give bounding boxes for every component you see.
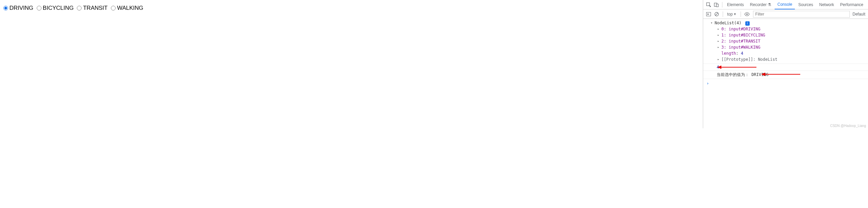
prototype-value: NodeList <box>758 57 777 62</box>
console-row-text: 当前选中的值为： DRIVING <box>703 71 868 79</box>
radio-transit-label: TRANSIT <box>83 5 108 11</box>
eye-icon[interactable] <box>744 11 750 18</box>
tab-network[interactable]: Network <box>816 0 837 9</box>
tab-recorder[interactable]: Recorder ⚗ <box>747 0 774 9</box>
nodelist-item-3[interactable]: 3: input#WALKING <box>717 44 867 50</box>
radio-walking[interactable] <box>111 6 116 10</box>
nodelist-item-0[interactable]: 0: input#DRIVING <box>717 26 867 32</box>
text-value: DRIVING <box>751 72 769 77</box>
tab-recorder-label: Recorder <box>750 2 767 7</box>
nodelist-length: length: 4 <box>717 50 867 56</box>
radio-transit[interactable] <box>77 6 82 10</box>
inspect-element-icon[interactable] <box>705 1 712 8</box>
arrow-annotation-icon <box>717 64 757 70</box>
tab-performance[interactable]: Performance <box>837 0 866 9</box>
context-selector[interactable]: top ▼ <box>726 12 738 17</box>
text-output: 当前选中的值为： DRIVING <box>710 72 769 77</box>
toolbar-divider-2 <box>741 11 741 17</box>
svg-line-5 <box>715 13 718 16</box>
console-toolbar: top ▼ Default <box>703 9 868 19</box>
tab-sources[interactable]: Sources <box>796 0 816 9</box>
svg-point-6 <box>746 14 748 15</box>
item-type: input <box>729 39 741 44</box>
number-output: 4 <box>710 65 719 70</box>
context-label: top <box>727 12 733 17</box>
tab-elements[interactable]: Elements <box>724 0 747 9</box>
item-id: BICYCLING <box>743 33 765 37</box>
console-prompt[interactable]: › <box>703 79 868 88</box>
item-type: input <box>729 33 741 37</box>
travel-mode-radios: DRIVING BICYCLING TRANSIT WALKING <box>3 5 699 11</box>
device-toolbar-icon[interactable] <box>713 1 720 8</box>
nodelist-header[interactable]: NodeList(4) i <box>710 20 867 26</box>
text-prefix: 当前选中的值为： <box>717 72 751 77</box>
flask-icon: ⚗ <box>768 2 771 7</box>
radio-driving-label: DRIVING <box>9 5 33 11</box>
toolbar-divider <box>723 11 723 17</box>
item-type: input <box>729 27 741 31</box>
devtools-tabs: Elements Recorder ⚗ Console Sources Netw… <box>703 0 868 9</box>
prototype-key: [[Prototype]] <box>721 57 753 62</box>
radio-bicycling-label: BICYCLING <box>43 5 74 11</box>
tab-console[interactable]: Console <box>775 0 795 9</box>
console-body: NodeList(4) i 0: input#DRIVING 1: input#… <box>703 19 868 128</box>
nodelist-item-1[interactable]: 1: input#BICYCLING <box>717 32 867 38</box>
console-row-number: 4 <box>703 64 868 71</box>
nodelist-label: NodeList(4) <box>715 21 741 25</box>
page-content: DRIVING BICYCLING TRANSIT WALKING <box>0 0 703 128</box>
svg-rect-2 <box>716 4 718 7</box>
info-icon[interactable]: i <box>745 21 750 26</box>
radio-driving[interactable] <box>3 6 8 10</box>
clear-console-icon[interactable] <box>713 11 720 18</box>
item-type: input <box>729 45 741 50</box>
nodelist-item-2[interactable]: 2: input#TRANSIT <box>717 38 867 44</box>
tab-divider <box>722 2 722 7</box>
item-id: TRANSIT <box>743 39 760 44</box>
chevron-down-icon: ▼ <box>734 12 737 16</box>
log-levels[interactable]: Default <box>852 12 866 17</box>
item-id: WALKING <box>743 45 760 50</box>
item-id: DRIVING <box>743 27 760 31</box>
nodelist-prototype[interactable]: [[Prototype]]: NodeList <box>717 56 867 62</box>
nodelist-items: 0: input#DRIVING 1: input#BICYCLING 2: i… <box>710 26 867 62</box>
radio-bicycling[interactable] <box>37 6 41 10</box>
length-key: length <box>721 51 736 56</box>
sidebar-toggle-icon[interactable] <box>705 11 712 18</box>
filter-input[interactable] <box>753 11 850 18</box>
devtools-panel: Elements Recorder ⚗ Console Sources Netw… <box>703 0 868 128</box>
watermark: CSDN @Hadoop_Liang <box>830 124 866 128</box>
radio-walking-label: WALKING <box>117 5 143 11</box>
length-value: 4 <box>741 51 743 56</box>
console-row-nodelist: NodeList(4) i 0: input#DRIVING 1: input#… <box>703 19 868 64</box>
